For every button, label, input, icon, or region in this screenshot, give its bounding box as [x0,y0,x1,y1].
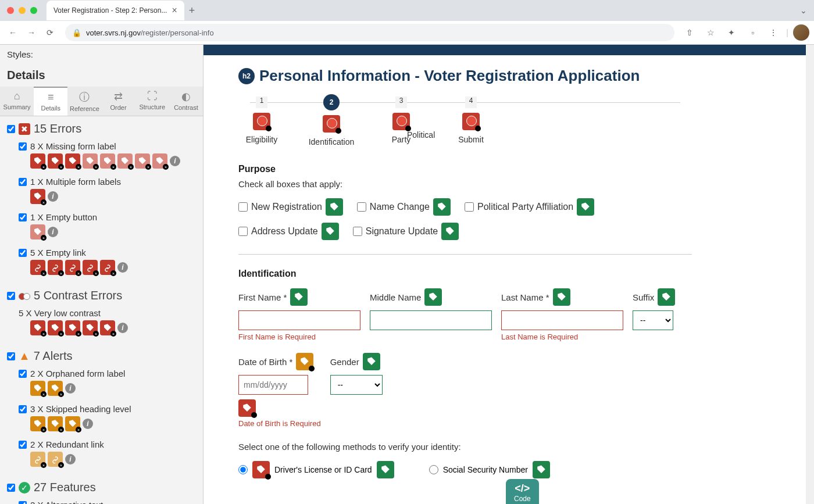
sidebar-tab-structure[interactable]: ⛶Structure [135,87,169,116]
wave-issue-icon[interactable]: × [152,153,167,169]
sidebar-tab-details[interactable]: ≡Details [34,87,67,116]
suffix-select[interactable]: -- [633,310,673,330]
group-checkbox[interactable] [7,484,15,492]
item-checkbox[interactable] [19,501,27,505]
wave-issue-icon[interactable]: × [48,153,63,169]
share-icon[interactable]: ⇧ [681,24,698,41]
wave-issue-icon[interactable]: × [65,416,80,431]
group-checkbox[interactable] [7,292,15,300]
item-checkbox[interactable] [19,370,27,378]
wave-issue-icon[interactable]: × [30,452,45,467]
window-minimize[interactable] [19,7,26,14]
item-checkbox[interactable] [19,213,27,221]
wave-issue-icon[interactable]: × [48,320,63,335]
tab-icon: ◐ [170,90,202,103]
wave-issue-icon[interactable]: × [65,260,80,275]
wave-issue-icon[interactable]: × [30,189,45,204]
info-icon[interactable]: i [83,419,93,429]
wave-issue-icon[interactable]: × [83,153,98,169]
step-political-party[interactable]: 3PoliticalParty [378,96,424,146]
item-checkbox[interactable] [19,441,27,449]
middle-name-input[interactable] [370,310,492,330]
purpose-checkbox-new-registration[interactable]: New Registration [238,198,343,216]
wave-issue-icon[interactable]: × [48,452,63,467]
verify-dl-option[interactable]: Driver's License or ID Card [238,461,394,478]
wave-issue-icon[interactable]: × [100,260,115,275]
last-name-label: Last Name * [501,292,549,302]
wave-issue-icon[interactable]: × [30,153,45,169]
purpose-checkbox-name-change[interactable]: Name Change [357,198,451,216]
new-tab-button[interactable]: + [189,5,195,17]
extensions-icon[interactable]: ✦ [723,24,740,41]
checkbox[interactable] [238,202,248,212]
wave-issue-icon[interactable]: × [65,153,80,169]
wave-issue-icon[interactable]: × [30,224,45,240]
item-checkbox[interactable] [19,249,27,257]
verify-ssn-radio[interactable] [429,465,438,474]
group-checkbox[interactable] [7,125,15,133]
item-checkbox[interactable] [19,405,27,413]
info-icon[interactable]: i [48,227,58,237]
step-label-side: Political [407,130,435,140]
first-name-input[interactable] [238,310,360,330]
item-checkbox[interactable] [19,178,27,186]
group-checkbox[interactable] [7,352,15,360]
sidepanel-icon[interactable]: ▫ [744,24,761,41]
info-icon[interactable]: i [117,262,128,273]
info-icon[interactable]: i [170,156,180,166]
purpose-checkbox-address-update[interactable]: Address Update [238,223,339,240]
scrollbar[interactable] [806,45,814,504]
wave-issue-icon[interactable]: × [65,320,80,335]
wave-issue-icon[interactable]: × [117,153,133,169]
forward-button[interactable]: → [23,24,40,41]
wave-code-badge[interactable]: </> Code [506,479,539,504]
wave-issue-icon[interactable]: × [83,260,98,275]
checkbox[interactable] [238,227,248,236]
purpose-checkbox-political-party-affiliation[interactable]: Political Party Affiliation [465,198,594,216]
window-close[interactable] [7,7,14,14]
sidebar-tab-contrast[interactable]: ◐Contrast [169,87,203,116]
last-name-input[interactable] [501,310,623,330]
step-error-icon [392,113,410,130]
wave-issue-icon[interactable]: × [100,153,115,169]
wave-issue-icon[interactable]: × [48,260,63,275]
gender-select[interactable]: -- [330,375,383,395]
menu-icon[interactable]: ⋮ [765,24,781,41]
dob-input[interactable] [238,375,308,395]
wave-issue-icon[interactable]: × [30,320,45,335]
sidebar-tab-reference[interactable]: ⓘReference [67,87,101,116]
checkbox[interactable] [353,227,362,236]
step-eligibility[interactable]: 1Eligibility [238,96,285,146]
url-bar[interactable]: 🔒 voter.svrs.nj.gov/register/personal-in… [65,24,674,41]
bookmark-icon[interactable]: ☆ [702,24,719,41]
wave-issue-icon[interactable]: × [30,381,45,396]
browser-tab[interactable]: Voter Registration - Step 2: Person... × [47,1,184,20]
sidebar-tab-order[interactable]: ⇄Order [102,87,135,116]
info-icon[interactable]: i [65,454,76,464]
tabs-dropdown-icon[interactable]: ⌄ [800,6,807,15]
checkbox[interactable] [357,202,366,212]
wave-issue-icon[interactable]: × [48,416,63,431]
info-icon[interactable]: i [48,191,58,202]
verify-ssn-option[interactable]: Social Security Number [429,461,550,478]
reload-button[interactable]: ⟳ [42,24,58,41]
window-maximize[interactable] [30,7,37,14]
back-button[interactable]: ← [5,24,21,41]
wave-issue-icon[interactable]: × [135,153,150,169]
info-icon[interactable]: i [65,383,76,394]
step-identification[interactable]: 2Identification [308,96,355,146]
profile-avatar[interactable] [793,24,809,41]
tab-close-icon[interactable]: × [172,5,177,16]
verify-dl-radio[interactable] [238,465,248,474]
step-submit[interactable]: 4Submit [448,96,494,146]
checkbox[interactable] [465,202,474,212]
item-checkbox[interactable] [19,142,27,151]
wave-issue-icon[interactable]: × [83,320,98,335]
wave-issue-icon[interactable]: × [48,381,63,396]
purpose-checkbox-signature-update[interactable]: Signature Update [353,223,459,240]
info-icon[interactable]: i [117,323,128,333]
wave-issue-icon[interactable]: × [30,260,45,275]
wave-issue-icon[interactable]: × [30,416,45,431]
sidebar-tab-summary[interactable]: ⌂Summary [0,87,34,116]
wave-issue-icon[interactable]: × [100,320,115,335]
